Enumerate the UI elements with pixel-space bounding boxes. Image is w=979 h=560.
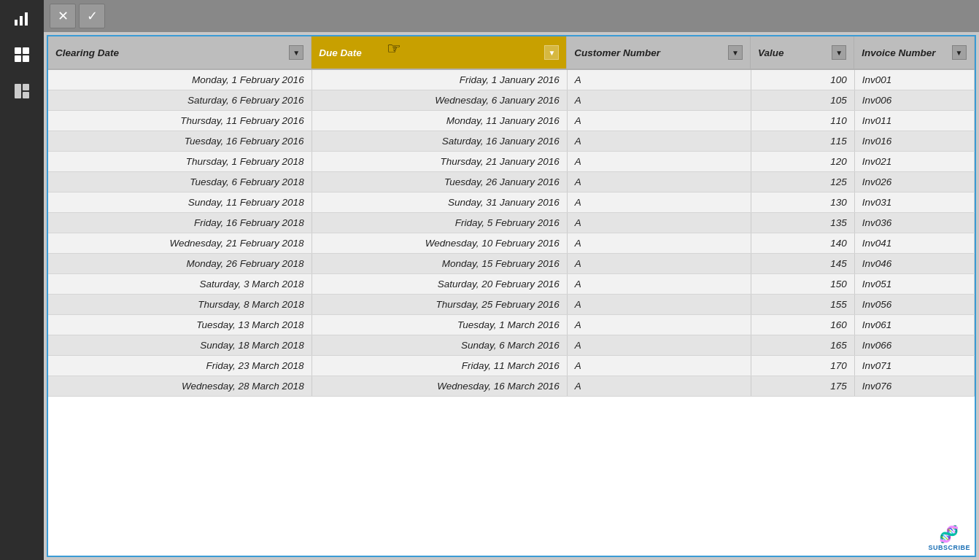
table-row: Wednesday, 28 March 2018Wednesday, 16 Ma… <box>48 376 975 397</box>
svg-rect-8 <box>23 84 29 90</box>
cell-customer: A <box>567 90 751 111</box>
grid-icon[interactable] <box>0 36 44 73</box>
cell-customer: A <box>567 152 751 172</box>
cell-clearing: Saturday, 6 February 2016 <box>48 90 312 111</box>
cell-clearing: Sunday, 18 March 2018 <box>48 335 312 356</box>
layout-icon[interactable] <box>0 73 44 109</box>
table-scroll-area[interactable]: Clearing Date ▼ Due Date ▼ <box>48 36 975 556</box>
cell-duedate: Monday, 11 January 2016 <box>312 111 567 131</box>
cell-duedate: Friday, 1 January 2016 <box>312 70 567 90</box>
customer-dropdown-arrow[interactable]: ▼ <box>728 45 743 60</box>
svg-rect-6 <box>23 55 29 62</box>
subscribe-badge: 🧬 SUBSCRIBE <box>928 525 970 551</box>
cell-invoice: Inv016 <box>854 131 974 152</box>
table-row: Tuesday, 6 February 2018Tuesday, 26 Janu… <box>48 172 975 192</box>
cell-invoice: Inv071 <box>854 356 974 376</box>
cell-customer: A <box>567 254 751 274</box>
cell-customer: A <box>567 192 751 213</box>
cell-value: 115 <box>751 131 854 152</box>
cell-value: 135 <box>751 213 854 233</box>
cell-duedate: Saturday, 20 February 2016 <box>312 274 567 295</box>
sidebar <box>0 0 44 560</box>
cell-duedate: Wednesday, 16 March 2016 <box>312 376 567 397</box>
cell-value: 165 <box>751 335 854 356</box>
table-row: Saturday, 6 February 2016Wednesday, 6 Ja… <box>48 90 975 111</box>
main-content: ✕ ✓ Clearing Date ▼ Du <box>44 0 979 560</box>
table-row: Friday, 23 March 2018Friday, 11 March 20… <box>48 356 975 376</box>
table-row: Sunday, 18 March 2018Sunday, 6 March 201… <box>48 335 975 356</box>
header-duedate[interactable]: Due Date ▼ <box>312 36 567 70</box>
data-table-container: Clearing Date ▼ Due Date ▼ <box>47 35 976 557</box>
svg-rect-7 <box>15 84 21 98</box>
header-clearing[interactable]: Clearing Date ▼ <box>48 36 312 70</box>
table-header: Clearing Date ▼ Due Date ▼ <box>48 36 975 70</box>
cell-duedate: Sunday, 6 March 2016 <box>312 335 567 356</box>
header-value[interactable]: Value ▼ <box>751 36 854 70</box>
table-row: Sunday, 11 February 2018Sunday, 31 Janua… <box>48 192 975 213</box>
cell-invoice: Inv021 <box>854 152 974 172</box>
cell-duedate: Wednesday, 6 January 2016 <box>312 90 567 111</box>
table-row: Thursday, 1 February 2018Thursday, 21 Ja… <box>48 152 975 172</box>
cell-value: 150 <box>751 274 854 295</box>
data-table: Clearing Date ▼ Due Date ▼ <box>48 36 975 397</box>
cell-value: 105 <box>751 90 854 111</box>
value-dropdown-arrow[interactable]: ▼ <box>832 45 846 60</box>
cell-duedate: Friday, 11 March 2016 <box>312 356 567 376</box>
cell-value: 100 <box>751 70 854 90</box>
cell-customer: A <box>567 335 751 356</box>
check-button[interactable]: ✓ <box>79 4 105 28</box>
cell-value: 160 <box>751 315 854 335</box>
dna-icon: 🧬 <box>939 525 959 544</box>
cell-value: 130 <box>751 192 854 213</box>
svg-rect-9 <box>23 92 29 98</box>
cell-invoice: Inv056 <box>854 295 974 315</box>
cell-value: 170 <box>751 356 854 376</box>
clearing-date-label: Clearing Date <box>55 47 119 58</box>
svg-rect-1 <box>20 16 23 26</box>
table-row: Tuesday, 13 March 2018Tuesday, 1 March 2… <box>48 315 975 335</box>
cell-invoice: Inv041 <box>854 233 974 254</box>
chart-icon[interactable] <box>0 0 44 36</box>
table-row: Monday, 1 February 2016Friday, 1 January… <box>48 70 975 90</box>
cell-clearing: Sunday, 11 February 2018 <box>48 192 312 213</box>
cell-clearing: Thursday, 11 February 2016 <box>48 111 312 131</box>
cell-invoice: Inv046 <box>854 254 974 274</box>
cell-invoice: Inv051 <box>854 274 974 295</box>
cell-duedate: Friday, 5 February 2016 <box>312 213 567 233</box>
header-invoice[interactable]: Invoice Number ▼ <box>854 36 974 70</box>
cell-duedate: Sunday, 31 January 2016 <box>312 192 567 213</box>
cell-customer: A <box>567 315 751 335</box>
cell-customer: A <box>567 295 751 315</box>
svg-rect-5 <box>15 55 21 62</box>
cell-duedate: Thursday, 25 February 2016 <box>312 295 567 315</box>
cell-clearing: Wednesday, 28 March 2018 <box>48 376 312 397</box>
cell-customer: A <box>567 274 751 295</box>
duedate-dropdown-arrow[interactable]: ▼ <box>544 45 559 60</box>
cell-customer: A <box>567 233 751 254</box>
header-customer[interactable]: Customer Number ▼ <box>567 36 751 70</box>
cell-value: 110 <box>751 111 854 131</box>
invoice-dropdown-arrow[interactable]: ▼ <box>952 45 967 60</box>
clearing-dropdown-arrow[interactable]: ▼ <box>289 45 303 60</box>
cell-invoice: Inv061 <box>854 315 974 335</box>
cell-duedate: Wednesday, 10 February 2016 <box>312 233 567 254</box>
cell-clearing: Monday, 26 February 2018 <box>48 254 312 274</box>
cell-clearing: Friday, 23 March 2018 <box>48 356 312 376</box>
cell-invoice: Inv036 <box>854 213 974 233</box>
cell-clearing: Thursday, 1 February 2018 <box>48 152 312 172</box>
cell-invoice: Inv031 <box>854 192 974 213</box>
subscribe-label: SUBSCRIBE <box>928 544 970 551</box>
cell-clearing: Tuesday, 6 February 2018 <box>48 172 312 192</box>
table-row: Friday, 16 February 2018Friday, 5 Februa… <box>48 213 975 233</box>
cell-invoice: Inv066 <box>854 335 974 356</box>
cell-value: 145 <box>751 254 854 274</box>
cell-duedate: Saturday, 16 January 2016 <box>312 131 567 152</box>
cell-customer: A <box>567 376 751 397</box>
close-button[interactable]: ✕ <box>50 4 76 28</box>
cell-duedate: Thursday, 21 January 2016 <box>312 152 567 172</box>
cell-value: 140 <box>751 233 854 254</box>
cell-invoice: Inv006 <box>854 90 974 111</box>
cell-clearing: Monday, 1 February 2016 <box>48 70 312 90</box>
cell-value: 120 <box>751 152 854 172</box>
cell-customer: A <box>567 111 751 131</box>
